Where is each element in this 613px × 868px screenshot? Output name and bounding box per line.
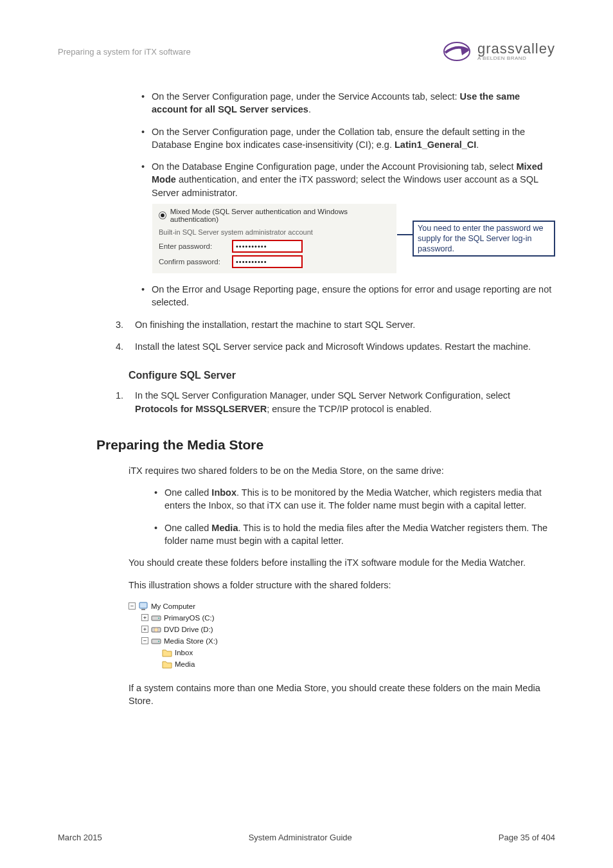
bullet-text: On the Server Configuration page, under … [152,90,555,116]
tree-media-store[interactable]: − Media Store (X:) [129,635,555,647]
bullet-item: • On the Server Configuration page, unde… [141,125,555,152]
text-fragment: On the Database Engine Configuration pag… [152,161,516,172]
media-p4: If a system contains more than one Media… [129,682,555,708]
bullet-dot-icon: • [141,160,152,199]
confirm-password-input[interactable] [232,255,303,268]
bullet-item: • On the Database Engine Configuration p… [141,160,555,199]
drive-icon [151,637,161,646]
tree-collapse-icon[interactable]: − [141,637,148,644]
tree-expand-icon[interactable]: + [141,626,148,633]
num-marker: 4. [116,340,135,353]
num-text: Install the latest SQL Server service pa… [135,340,555,353]
tree-collapse-icon[interactable]: − [129,602,136,610]
media-content: iTX requires two shared folders to be on… [129,464,555,708]
bullet-text: On the Server Configuration page, under … [152,125,555,152]
brand-logo: grassvalley A BELDEN BRAND [441,39,555,64]
bold-text: Inbox [211,487,236,498]
heading-media-store: Preparing the Media Store [96,437,555,453]
bullet-dot-icon: • [154,486,164,512]
num-marker: 1. [116,389,135,415]
bullet-dot-icon: • [154,521,164,548]
num-item-3: 3. On finishing the installation, restar… [116,318,555,331]
tree-label: Media Store (X:) [164,637,218,645]
media-intro: iTX requires two shared folders to be on… [129,464,555,477]
text-fragment: . [476,140,479,150]
grassvalley-swirl-icon [441,39,472,64]
tree-label: Media [175,660,195,668]
dvd-drive-icon [151,625,161,634]
bullet-dot-icon: • [141,90,152,116]
bold-text: Protocols for MSSQLSERVER [135,404,267,414]
radio-selected-icon [159,212,166,219]
footer-date: March 2015 [58,833,102,842]
tree-my-computer[interactable]: − My Computer [129,601,555,612]
text-fragment: ; ensure the TCP/IP protocol is enabled. [267,404,432,414]
running-head: Preparing a system for iTX software [58,47,191,57]
svg-point-4 [158,617,159,619]
bullet-text: On the Database Engine Configuration pag… [152,160,555,199]
logo-sub: A BELDEN BRAND [477,56,555,61]
fieldset-label: Built-in SQL Server system administrator… [159,228,390,236]
text-fragment: One called [164,487,211,498]
footer-title: System Administrator Guide [249,833,352,842]
page-footer: March 2015 System Administrator Guide Pa… [58,833,555,842]
main-content: • On the Server Configuration page, unde… [129,90,555,415]
sql-screenshot: Mixed Mode (SQL Server authentication an… [152,203,555,274]
bullet-list-1: • On the Server Configuration page, unde… [141,90,555,199]
heading-configure-sql: Configure SQL Server [129,370,555,381]
bullet-dot-icon: • [141,283,152,309]
tree-inbox[interactable]: Inbox [129,647,555,658]
sql-auth-panel: Mixed Mode (SQL Server authentication an… [152,203,397,274]
num-text: On finishing the installation, restart t… [135,318,555,331]
svg-rect-1 [139,602,147,608]
tree-label: PrimaryOS (C:) [164,614,215,622]
bullet-item: • On the Error and Usage Reporting page,… [141,283,555,309]
tree-label: My Computer [151,602,195,610]
svg-point-6 [154,628,158,631]
bold-text: Latin1_General_CI [395,140,476,150]
text-fragment: In the SQL Server Configuration Manager,… [135,390,510,401]
folder-icon [162,660,172,669]
page-header: Preparing a system for iTX software gras… [58,32,555,71]
confirm-password-row: Confirm password: [159,255,390,268]
annotation-connector-icon [397,234,413,235]
bold-text: Media [211,523,238,533]
numbered-list: 3. On finishing the installation, restar… [129,318,555,354]
enter-password-row: Enter password: [159,240,390,253]
enter-password-label: Enter password: [159,242,229,250]
bullet-item: • On the Server Configuration page, unde… [141,90,555,116]
annotation-wrap: You need to enter the password we supply… [397,203,555,274]
bullet-item: • One called Media. This is to hold the … [154,521,555,548]
tree-label: DVD Drive (D:) [164,626,213,633]
text-fragment: . [308,104,311,114]
tree-label: Inbox [175,649,193,656]
media-bullet-list: • One called Inbox. This is to be monito… [154,486,555,547]
footer-page: Page 35 of 404 [499,833,555,842]
enter-password-input[interactable] [232,240,303,253]
bullet-list-2: • On the Error and Usage Reporting page,… [141,283,555,309]
bullet-dot-icon: • [141,125,152,152]
tree-primary-os[interactable]: + PrimaryOS (C:) [129,612,555,624]
bullet-text: One called Media. This is to hold the me… [164,521,555,548]
tree-media[interactable]: Media [129,658,555,670]
bullet-text: On the Error and Usage Reporting page, e… [152,283,555,309]
drive-icon [151,613,161,622]
computer-icon [138,602,148,611]
svg-point-8 [158,640,159,642]
text-fragment: On the Server Configuration page, under … [152,91,460,102]
media-p3: This illustration shows a folder structu… [129,579,555,592]
annotation-box: You need to enter the password we supply… [413,221,555,257]
tree-expand-icon[interactable]: + [141,614,148,621]
confirm-password-label: Confirm password: [159,258,229,266]
num-item-1: 1. In the SQL Server Configuration Manag… [116,389,555,415]
logo-main: grassvalley [477,42,555,56]
mixed-mode-radio-row[interactable]: Mixed Mode (SQL Server authentication an… [159,208,390,223]
num-text: In the SQL Server Configuration Manager,… [135,389,555,415]
tree-dvd-drive[interactable]: + DVD Drive (D:) [129,624,555,635]
numbered-list-cfg: 1. In the SQL Server Configuration Manag… [129,389,555,415]
media-p2: You should create these folders before i… [129,556,555,569]
bullet-text: One called Inbox. This is to be monitore… [164,486,555,512]
svg-rect-2 [141,609,145,610]
num-item-4: 4. Install the latest SQL Server service… [116,340,555,353]
num-marker: 3. [116,318,135,331]
